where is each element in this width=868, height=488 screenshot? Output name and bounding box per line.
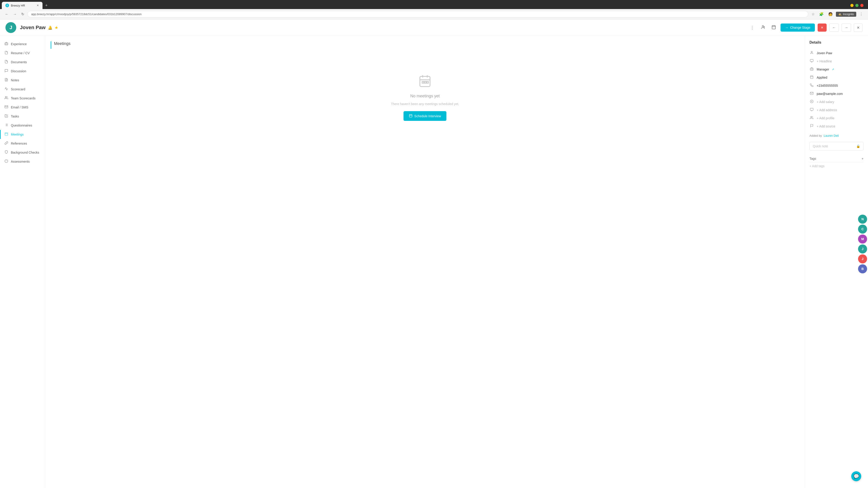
scorecard-icon [4, 87, 8, 92]
quick-note-area[interactable]: Quick note 🔒 [809, 142, 864, 151]
favorite-star-icon[interactable]: ★ [55, 26, 58, 30]
next-candidate-btn[interactable]: → [842, 24, 851, 32]
header-actions: ⋮ → Change Stage [748, 23, 863, 32]
sidebar-item-questionnaires[interactable]: Questionnaires [0, 121, 45, 130]
menu-btn[interactable]: ⋮ [858, 11, 864, 17]
minimize-btn[interactable] [850, 4, 854, 7]
schedule-icon [409, 114, 412, 118]
manager-icon [809, 67, 814, 72]
back-btn[interactable]: ← [4, 11, 10, 17]
tags-header: Tags + [809, 155, 864, 162]
tab-favicon: B [5, 4, 9, 7]
source-icon [809, 124, 814, 129]
address-placeholder[interactable]: + Add address [817, 108, 837, 112]
sidebar-item-notes[interactable]: Notes [0, 76, 45, 85]
close-candidate-btn[interactable]: ✕ [854, 24, 863, 32]
sidebar-label-background-checks: Background Checks [11, 151, 39, 154]
svg-rect-29 [425, 82, 426, 84]
incognito-badge: 🕵 Incognito [836, 12, 856, 17]
extensions-btn[interactable]: 🧩 [818, 11, 825, 17]
detail-row-profile[interactable]: + Add profile [809, 114, 864, 122]
tab-close-btn[interactable]: ✕ [37, 4, 39, 7]
added-by-name: Lauren Deli [824, 134, 839, 137]
more-options-btn[interactable]: ⋮ [748, 23, 756, 32]
add-tag-icon[interactable]: + [862, 157, 864, 160]
forward-btn[interactable]: → [12, 11, 18, 17]
email-icon [4, 105, 8, 109]
add-tags-placeholder[interactable]: + Add tags [809, 164, 864, 168]
salary-placeholder[interactable]: + Add salary [817, 100, 834, 104]
sidebar-item-tasks[interactable]: Tasks [0, 112, 45, 121]
svg-rect-39 [810, 68, 813, 70]
discussion-icon [4, 69, 8, 73]
sidebar-item-meetings[interactable]: Meetings [0, 130, 45, 139]
tags-section: Tags + + Add tags [809, 155, 864, 168]
edge-avatar-b[interactable]: B [858, 264, 867, 273]
svg-rect-28 [422, 82, 424, 84]
sidebar-item-discussion[interactable]: Discussion [0, 67, 45, 76]
svg-rect-47 [810, 108, 813, 110]
window-controls [850, 4, 866, 7]
profile-btn[interactable]: 🧑 [827, 11, 834, 17]
detail-row-headline[interactable]: + Headline [809, 57, 864, 65]
sidebar-item-background-checks[interactable]: Background Checks [0, 148, 45, 157]
prev-candidate-btn[interactable]: ← [829, 24, 839, 32]
email-detail-icon [809, 92, 814, 96]
profile-icon [809, 116, 814, 121]
profile-placeholder[interactable]: + Add profile [817, 116, 834, 120]
active-tab[interactable]: B Breezy HR ✕ [2, 2, 42, 9]
empty-subtitle-text: There haven't been any meetings schedule… [391, 102, 459, 106]
sidebar-item-scorecard[interactable]: Scorecard [0, 85, 45, 94]
phone-value: +23455555555 [817, 84, 838, 88]
manager-external-link[interactable]: ↗ [832, 68, 834, 71]
calendar-icon [772, 25, 776, 29]
add-person-btn[interactable] [759, 23, 767, 32]
sidebar-label-email-sms: Email / SMS [11, 105, 28, 109]
maximize-btn[interactable] [855, 4, 859, 7]
sidebar-item-email-sms[interactable]: Email / SMS [0, 103, 45, 112]
meetings-icon [4, 132, 8, 137]
schedule-interview-btn[interactable]: Schedule Interview [403, 111, 446, 121]
sidebar-item-resume[interactable]: Resume / CV [0, 48, 45, 58]
sidebar-item-experience[interactable]: Experience [0, 39, 45, 48]
empty-title-text: No meetings yet [410, 94, 440, 98]
change-stage-btn[interactable]: → Change Stage [780, 24, 815, 32]
schedule-label: Schedule Interview [414, 114, 441, 118]
reject-icon: ✕ [821, 26, 824, 29]
detail-row-source[interactable]: + Add source [809, 122, 864, 130]
sidebar-item-references[interactable]: References [0, 139, 45, 148]
empty-state: No meetings yet There haven't been any m… [51, 56, 799, 139]
sidebar-label-experience: Experience [11, 42, 27, 46]
edge-avatar-j1[interactable]: J [858, 245, 867, 254]
references-icon [4, 141, 8, 146]
notification-bell-icon[interactable]: 🔔 [48, 26, 53, 30]
headline-placeholder[interactable]: + Headline [817, 59, 832, 63]
chat-bubble-btn[interactable]: 💬 [851, 471, 861, 481]
sidebar-item-team-scorecards[interactable]: Team Scorecards [0, 94, 45, 103]
edge-avatar-m[interactable]: M [858, 234, 867, 243]
detail-row-salary[interactable]: + Add salary [809, 98, 864, 106]
added-by-label: Added by [809, 134, 822, 137]
sidebar-label-resume: Resume / CV [11, 51, 30, 55]
salary-icon [809, 100, 814, 104]
candidate-name-area: Joven Paw 🔔 ★ [20, 25, 58, 31]
address-bar[interactable]: app.breezy.hr/app/c/moodjoy/p/59357218dc… [27, 11, 808, 18]
sidebar-item-documents[interactable]: Documents [0, 58, 45, 67]
edge-avatar-c[interactable]: C [858, 225, 867, 234]
notes-icon [4, 78, 8, 83]
edge-avatar-j2[interactable]: J [858, 254, 867, 263]
detail-row-address[interactable]: + Add address [809, 106, 864, 114]
headline-icon [809, 59, 814, 64]
svg-rect-36 [810, 59, 813, 61]
reject-btn[interactable]: ✕ [817, 24, 827, 32]
source-placeholder[interactable]: + Add source [817, 125, 835, 128]
sidebar-label-references: References [11, 142, 27, 145]
address-icon [809, 108, 814, 112]
calendar-btn[interactable] [770, 23, 778, 32]
refresh-btn[interactable]: ↻ [20, 11, 26, 17]
edge-avatar-n[interactable]: N [858, 215, 867, 224]
bookmark-btn[interactable]: ☆ [810, 11, 816, 17]
sidebar-item-assessments[interactable]: Assessments [0, 157, 45, 166]
close-btn[interactable] [860, 4, 864, 7]
new-tab-btn[interactable]: + [43, 2, 50, 9]
